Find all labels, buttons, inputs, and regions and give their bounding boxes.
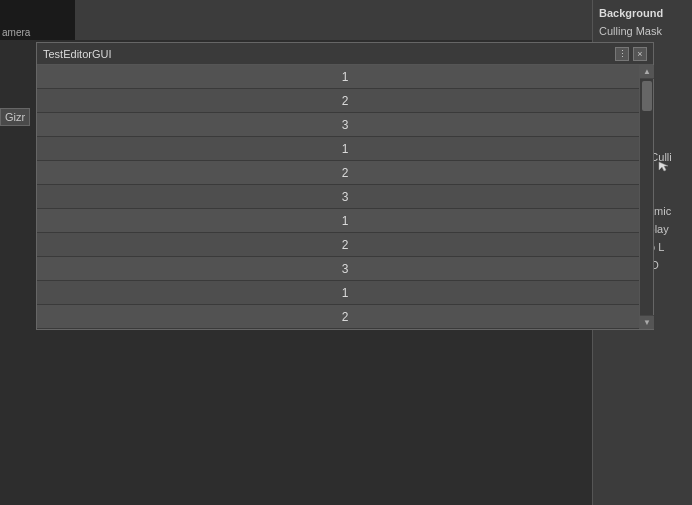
table-row: 3 — [37, 113, 653, 137]
table-row: 2 — [37, 89, 653, 113]
table-row: 2 — [37, 233, 653, 257]
table-row: 1 — [37, 137, 653, 161]
gizmo-button[interactable]: Gizr — [0, 108, 30, 126]
editor-title: TestEditorGUI — [43, 48, 111, 60]
camera-preview: amera — [0, 0, 75, 40]
scroll-thumb[interactable] — [642, 81, 652, 111]
table-row: 1 — [37, 209, 653, 233]
scroll-down-button[interactable]: ▼ — [640, 315, 654, 329]
table-row: 3 — [37, 185, 653, 209]
table-row: 3 — [37, 257, 653, 281]
table-row: 2 — [37, 305, 653, 329]
close-icon[interactable]: × — [633, 47, 647, 61]
camera-label: amera — [2, 27, 30, 38]
cursor-arrow — [657, 160, 669, 172]
editor-titlebar: TestEditorGUI ⋮ × — [37, 43, 653, 65]
table-row: 1 — [37, 281, 653, 305]
table-row: 2 — [37, 161, 653, 185]
background-label: Background — [599, 4, 686, 22]
culling-mask-label: Culling Mask — [599, 22, 686, 40]
menu-icon[interactable]: ⋮ — [615, 47, 629, 61]
svg-marker-0 — [659, 162, 668, 171]
table-row: 1 — [37, 65, 653, 89]
titlebar-icons: ⋮ × — [615, 47, 647, 61]
editor-scrollbar[interactable]: ▲ ▼ — [639, 65, 653, 329]
top-bar: amera — [0, 0, 692, 40]
editor-content: 1 2 3 1 2 3 1 2 3 1 2 — [37, 65, 653, 329]
scroll-up-button[interactable]: ▲ — [640, 65, 654, 79]
editor-window: TestEditorGUI ⋮ × 1 2 3 1 2 3 1 2 3 1 2 … — [36, 42, 654, 330]
